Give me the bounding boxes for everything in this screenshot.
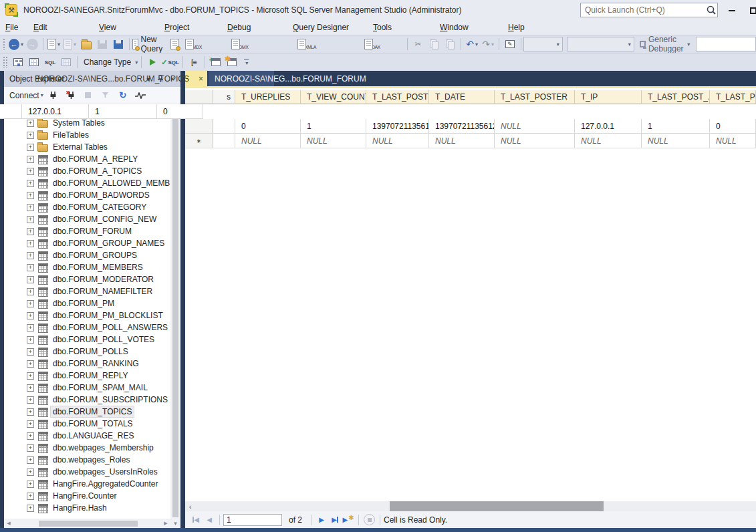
tree-item[interactable]: + FileTables <box>4 129 70 141</box>
tree-item[interactable]: + dbo.FORUM_BADWORDS <box>4 189 72 201</box>
grid-cell[interactable]: 1 <box>642 119 710 134</box>
grid-cell[interactable]: 1 <box>301 119 366 134</box>
grid-cell[interactable]: 0 <box>710 119 756 134</box>
expand-toggle[interactable]: + <box>27 204 34 211</box>
expand-toggle[interactable]: + <box>27 469 34 476</box>
expand-toggle[interactable]: + <box>27 288 34 295</box>
tree-item[interactable]: + dbo.FORUM_POLL_VOTES <box>4 334 170 346</box>
add-item-button[interactable]: ▾ <box>63 37 78 51</box>
refresh-button[interactable]: ↻ <box>116 88 130 103</box>
tree-item[interactable]: + HangFire.Counter <box>4 490 170 502</box>
disconnect-server-button[interactable] <box>64 88 78 103</box>
save-button[interactable] <box>95 37 110 51</box>
add-table-button[interactable]: + <box>209 55 223 70</box>
grid-cell[interactable] <box>213 119 235 134</box>
open-file-button[interactable] <box>79 37 94 51</box>
tree-item[interactable]: + dbo.FORUM_TOPICS <box>4 406 170 418</box>
expand-toggle[interactable]: + <box>27 481 34 488</box>
add-new-diagram-button[interactable]: ✱ <box>225 55 239 70</box>
expand-toggle[interactable]: + <box>27 456 34 464</box>
tree-item[interactable]: + HangFire.AggregatedCounter <box>4 478 170 490</box>
grid-cell[interactable] <box>213 134 235 148</box>
undo-button[interactable]: ↶▾ <box>465 37 479 51</box>
grid-cell[interactable]: 13970721135612 <box>366 119 429 134</box>
show-sql-pane-button[interactable]: SQL <box>43 55 57 70</box>
redo-button[interactable]: ↷▾ <box>481 37 495 51</box>
tree-item[interactable]: + dbo.FORUM_CATEGORY <box>4 201 50 213</box>
activity-pulse-button[interactable] <box>133 88 148 103</box>
record-position-input[interactable] <box>223 514 282 526</box>
analysis-query-button[interactable]: MDX <box>184 37 206 51</box>
row-selector[interactable] <box>185 119 213 134</box>
column-header[interactable]: s <box>213 90 235 104</box>
tree-item[interactable]: + dbo.FORUM_ALLOWED_MEMBER <box>4 177 71 189</box>
toolbar-grip[interactable] <box>3 56 8 68</box>
grid-horizontal-scrollbar[interactable]: ‹ <box>185 501 756 511</box>
analysis-query-button[interactable]: DMX <box>207 37 273 51</box>
menu-item[interactable]: Edit <box>27 21 93 33</box>
expand-toggle[interactable]: + <box>27 384 34 392</box>
maximize-button[interactable] <box>745 5 756 16</box>
tree-item[interactable]: + dbo.FORUM_CONFIG_NEW <box>4 213 170 225</box>
grid-cell[interactable]: NULL <box>366 134 429 148</box>
cancel-query-button[interactable] <box>364 514 375 525</box>
copy-button[interactable] <box>426 37 441 51</box>
menu-item[interactable]: View <box>93 21 158 33</box>
menu-item[interactable]: Window <box>434 21 502 33</box>
expand-toggle[interactable]: + <box>27 180 34 187</box>
column-header[interactable]: T_DATE <box>429 90 495 104</box>
save-all-button[interactable] <box>111 37 126 51</box>
document-tab[interactable]: NOROOZI-SA\NEG...bo.FORUM_FORUM <box>209 71 274 86</box>
expand-toggle[interactable]: + <box>27 144 34 151</box>
expand-toggle[interactable]: + <box>27 168 34 175</box>
grid-cell[interactable]: NULL <box>0 104 22 119</box>
show-diagram-pane-button[interactable] <box>11 55 25 70</box>
expand-toggle[interactable]: + <box>27 276 34 283</box>
tree-item[interactable]: + dbo.FORUM_PM <box>4 297 170 309</box>
toolbar-combo-1[interactable]: ▾ <box>523 37 562 51</box>
grid-cell[interactable]: 127.0.0.1 <box>575 119 642 134</box>
menu-item[interactable]: File <box>5 23 27 32</box>
toolbar-combo-3[interactable] <box>696 37 756 51</box>
expand-toggle[interactable]: + <box>27 493 34 500</box>
tree-item[interactable]: + dbo.FORUM_GROUPS <box>4 249 170 261</box>
expand-toggle[interactable]: + <box>27 505 34 512</box>
column-header[interactable]: T_LAST_POST_... <box>642 90 710 104</box>
tree-item[interactable]: + dbo.FORUM_A_REPLY <box>4 153 70 165</box>
expand-toggle[interactable]: + <box>27 264 34 271</box>
grid-cell[interactable]: NULL <box>642 134 710 148</box>
grid-cell[interactable]: NULL <box>429 134 495 148</box>
tree-item[interactable]: + dbo.FORUM_POLLS <box>4 346 170 358</box>
tree-item[interactable]: + dbo.FORUM_SPAM_MAIL <box>4 382 170 394</box>
grid-cell[interactable]: 0 <box>157 104 203 119</box>
tree-item[interactable]: + dbo.FORUM_GROUP_NAMES <box>4 237 170 249</box>
tree-item[interactable]: + dbo.FORUM_FORUM <box>4 225 170 237</box>
tree-item[interactable]: + dbo.FORUM_MODERATOR <box>4 273 170 285</box>
properties-list-button[interactable]: [≡ <box>186 55 201 70</box>
scroll-left-arrow[interactable]: ‹ <box>185 503 195 511</box>
tree-item[interactable]: + dbo.FORUM_POLL_ANSWERS <box>4 321 170 334</box>
tree-item[interactable]: + dbo.FORUM_PM_BLOCKLIST <box>4 309 170 321</box>
expand-toggle[interactable]: + <box>27 444 34 452</box>
expand-toggle[interactable]: + <box>27 240 34 247</box>
expand-toggle[interactable]: + <box>27 324 34 331</box>
expand-toggle[interactable]: + <box>27 300 34 307</box>
expand-toggle[interactable]: + <box>27 120 34 127</box>
execute-sql-button[interactable] <box>145 55 160 70</box>
navigate-forward-button[interactable]: → <box>25 37 39 51</box>
grid-cell[interactable]: NULL <box>495 119 575 134</box>
scrollbar-thumb[interactable] <box>39 521 138 527</box>
connect-button[interactable]: Connect ▾ <box>9 88 43 103</box>
toolbar-grip[interactable] <box>3 38 6 50</box>
tree-item[interactable]: + dbo.webpages_Membership <box>4 442 170 454</box>
grid-cell[interactable]: NULL <box>235 134 301 148</box>
database-engine-query-button[interactable] <box>168 37 182 51</box>
document-tab[interactable]: NOROOZI-SA\NEG...bo.FORUM_TOPICS × <box>185 71 207 86</box>
minimize-button[interactable] <box>723 5 741 16</box>
menu-item[interactable]: Debug <box>221 21 287 33</box>
grid-cell[interactable]: 127.0.0.1 <box>22 104 89 119</box>
expand-toggle[interactable]: + <box>27 396 34 404</box>
tree-item[interactable]: + dbo.FORUM_SUBSCRIPTIONS <box>4 394 170 406</box>
expand-toggle[interactable]: + <box>27 228 34 235</box>
column-header[interactable]: T_LAST_POST <box>366 90 429 104</box>
